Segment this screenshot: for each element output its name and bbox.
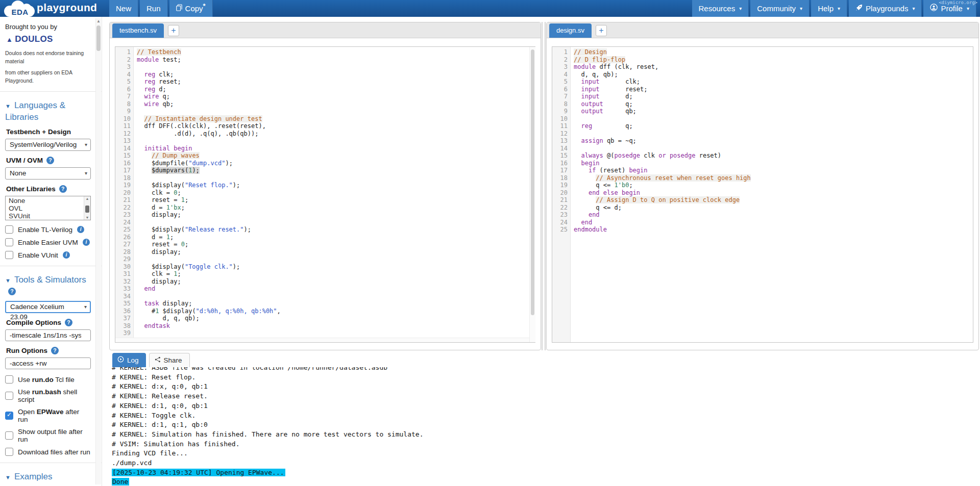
code-line[interactable]: // Dump waves bbox=[137, 152, 535, 160]
code-line[interactable]: // D flip-flop bbox=[574, 56, 973, 64]
scrollbar-thumb[interactable] bbox=[531, 49, 534, 315]
compile-options-input[interactable] bbox=[5, 329, 91, 341]
code-line[interactable] bbox=[137, 329, 535, 337]
copy-button[interactable]: Copy* bbox=[169, 0, 213, 17]
code-line[interactable]: q <= d; bbox=[574, 204, 973, 212]
tab-log[interactable]: Log bbox=[112, 353, 146, 367]
testbench-code-editor[interactable]: 1234567891011121314151617181920212223242… bbox=[115, 46, 535, 343]
code-line[interactable] bbox=[137, 108, 535, 115]
editor-splitter[interactable] bbox=[542, 22, 546, 350]
section-tools-simulators[interactable]: ▼Tools & Simulators ? bbox=[5, 274, 90, 297]
new-button[interactable]: New bbox=[109, 0, 138, 17]
code-line[interactable] bbox=[137, 137, 535, 145]
tab-testbench-sv[interactable]: testbench.sv bbox=[112, 23, 164, 38]
code-line[interactable]: input clk; bbox=[574, 78, 973, 86]
code-line[interactable] bbox=[574, 145, 973, 152]
code-line[interactable]: output qb; bbox=[574, 108, 973, 115]
code-line[interactable] bbox=[137, 63, 535, 71]
code-line[interactable]: $dumpvars(1); bbox=[137, 167, 535, 174]
testbench-language-select[interactable]: SystemVerilog/Verilog ▾ bbox=[5, 139, 91, 151]
code-line[interactable]: wire q; bbox=[137, 93, 535, 100]
code-line[interactable]: // Testbench bbox=[137, 48, 535, 56]
section-languages-libraries[interactable]: ▼Languages & Libraries bbox=[5, 100, 90, 122]
code-line[interactable]: d, q, qb); bbox=[574, 71, 973, 79]
listbox-scrollbar[interactable]: ▲ ▼ bbox=[84, 196, 90, 220]
library-option[interactable]: SVUnit bbox=[9, 212, 82, 220]
info-icon[interactable]: i bbox=[83, 239, 90, 246]
code-line[interactable] bbox=[137, 255, 535, 263]
community-menu[interactable]: Community▾ bbox=[750, 0, 810, 17]
eda-playground-logo[interactable]: EDA playground bbox=[4, 1, 97, 18]
design-code-editor[interactable]: 1234567891011121314151617181920212223242… bbox=[552, 46, 973, 343]
code-line[interactable]: module test; bbox=[137, 56, 535, 64]
code-line[interactable]: d = 1; bbox=[137, 234, 535, 241]
info-icon[interactable]: i bbox=[77, 226, 84, 233]
help-icon[interactable]: ? bbox=[65, 319, 72, 326]
code-line[interactable]: always @(posedge clk or posedge reset) bbox=[574, 152, 973, 160]
run-button[interactable]: Run bbox=[140, 0, 168, 17]
checkbox[interactable] bbox=[5, 448, 13, 456]
add-file-button[interactable]: + bbox=[168, 25, 179, 36]
run-options-input[interactable] bbox=[5, 357, 91, 369]
scroll-up-icon[interactable]: ▲ bbox=[96, 18, 101, 24]
section-examples[interactable]: ▼Examples bbox=[5, 471, 90, 483]
add-file-button[interactable]: + bbox=[596, 25, 607, 36]
other-libraries-listbox[interactable]: NoneOVLSVUnit ▲ ▼ bbox=[5, 196, 91, 220]
code-line[interactable]: module dff (clk, reset, bbox=[574, 63, 973, 71]
checkbox[interactable] bbox=[5, 375, 13, 383]
code-line[interactable]: $dumpfile("dump.vcd"); bbox=[137, 160, 535, 167]
scrollbar-thumb[interactable] bbox=[85, 206, 89, 213]
code-line[interactable]: reg reset; bbox=[137, 78, 535, 86]
code-line[interactable]: display; bbox=[137, 248, 535, 256]
checkbox[interactable] bbox=[5, 238, 13, 246]
scrollbar-thumb[interactable] bbox=[96, 25, 101, 51]
code-line[interactable]: assign qb = ~q; bbox=[574, 137, 973, 145]
code-line[interactable]: reset = 1; bbox=[137, 196, 535, 204]
code-line[interactable] bbox=[574, 115, 973, 123]
code-line[interactable]: end bbox=[574, 211, 973, 219]
code-line[interactable]: end bbox=[137, 285, 535, 293]
code-line[interactable] bbox=[137, 219, 535, 226]
checkbox[interactable] bbox=[5, 412, 13, 420]
editor-vertical-scrollbar[interactable] bbox=[529, 47, 535, 342]
code-line[interactable] bbox=[137, 293, 535, 300]
code-line[interactable]: clk = 0; bbox=[137, 189, 535, 197]
code-line[interactable]: $display("Reset flop."); bbox=[137, 182, 535, 189]
code-line[interactable]: begin bbox=[574, 160, 973, 167]
code-line[interactable]: if (reset) begin bbox=[574, 167, 973, 174]
code-line[interactable]: reg q; bbox=[574, 122, 973, 130]
code-line[interactable]: dff DFF(.clk(clk), .reset(reset), bbox=[137, 122, 535, 130]
help-icon[interactable]: ? bbox=[51, 347, 59, 354]
code-line[interactable]: input d; bbox=[574, 93, 973, 100]
code-line[interactable]: end bbox=[574, 219, 973, 226]
help-icon[interactable]: ? bbox=[59, 185, 67, 193]
code-line[interactable]: $display("Release reset."); bbox=[137, 226, 535, 234]
code-line[interactable]: initial begin bbox=[137, 145, 535, 152]
code-line[interactable]: .d(d), .q(q), .qb(qb)); bbox=[137, 130, 535, 138]
resources-menu[interactable]: Resources▾ bbox=[692, 0, 749, 17]
sidebar-scrollbar[interactable]: ▲ bbox=[95, 18, 101, 484]
scroll-up-icon[interactable]: ▲ bbox=[84, 196, 90, 201]
checkbox[interactable] bbox=[5, 431, 13, 440]
editor-horizontal-scrollbar[interactable] bbox=[115, 338, 529, 342]
playgrounds-menu[interactable]: Playgrounds▾ bbox=[849, 0, 922, 17]
code-line[interactable]: // Assign D to Q on positive clock edge bbox=[574, 196, 973, 204]
code-line[interactable]: task display; bbox=[137, 300, 535, 308]
checkbox[interactable] bbox=[5, 225, 13, 234]
code-line[interactable] bbox=[137, 174, 535, 182]
library-option[interactable]: OVL bbox=[9, 204, 82, 212]
code-line[interactable]: reset = 0; bbox=[137, 241, 535, 248]
checkbox[interactable] bbox=[5, 251, 13, 259]
code-line[interactable]: d = 1'bx; bbox=[137, 204, 535, 212]
tab-share[interactable]: Share bbox=[149, 353, 190, 367]
code-line[interactable]: output q; bbox=[574, 100, 973, 108]
code-line[interactable]: clk = 1; bbox=[137, 270, 535, 278]
scroll-down-icon[interactable]: ▼ bbox=[84, 215, 90, 220]
code-line[interactable]: wire qb; bbox=[137, 100, 535, 108]
code-line[interactable]: end else begin bbox=[574, 189, 973, 197]
code-line[interactable]: // Design bbox=[574, 48, 973, 56]
code-line[interactable]: reg d; bbox=[137, 86, 535, 93]
code-line[interactable]: q <= 1'b0; bbox=[574, 182, 973, 189]
uvm-ovm-select[interactable]: None ▾ bbox=[5, 167, 91, 180]
doulos-logo[interactable]: ▲ DOULOS bbox=[6, 34, 90, 44]
